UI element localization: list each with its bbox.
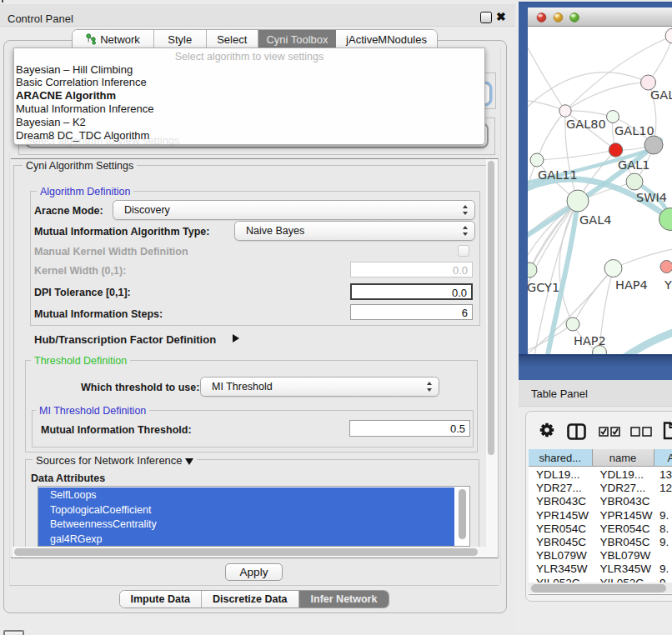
table-cell: 12. <box>659 482 672 494</box>
network-view-canvas[interactable]: GAL2GAL80GAL10GAL1GAL11SWI4GAL4GCY1HAP4Y… <box>528 27 672 354</box>
table-row[interactable]: YBL079WYBL079W <box>529 548 672 562</box>
manual-kernel-checkbox[interactable] <box>458 245 469 257</box>
table-hscrollbar-track[interactable] <box>529 582 672 593</box>
tab-discretize-data[interactable]: Discretize Data <box>202 591 300 608</box>
attribute-item[interactable]: BetweennessCentrality <box>38 517 454 532</box>
algorithm-option[interactable]: Bayesian – K2 <box>16 116 466 129</box>
graph-node-label: SWI4 <box>636 191 667 204</box>
table-cell: 9. <box>659 509 669 522</box>
graph-edge <box>565 111 613 117</box>
table-row[interactable]: YDR27...YDR27...12. <box>529 481 672 494</box>
tab-infer-network[interactable]: Infer Network <box>299 591 389 608</box>
table-row[interactable]: YPR145WYPR145W9. <box>529 508 672 522</box>
table-row[interactable]: YBR045CYBR045C9. <box>529 535 672 548</box>
page-icon[interactable] <box>662 421 672 441</box>
mi-steps-label: Mutual Information Steps: <box>34 308 163 320</box>
split-columns-icon[interactable] <box>567 423 586 440</box>
algorithm-option[interactable]: Mutual Information Inference <box>16 102 466 116</box>
network-window-titlebar[interactable] <box>528 8 672 27</box>
table-cell: YDR27... <box>536 482 582 494</box>
tab-select[interactable]: Select <box>207 30 259 48</box>
graph-node-label: GAL80 <box>566 118 606 131</box>
tab-jactivemnodules[interactable]: jActiveMNodules <box>336 30 437 48</box>
kernel-width-field[interactable]: 0.0 <box>350 262 473 278</box>
checked-pair-icon[interactable] <box>599 427 620 437</box>
attributes-scrollbar-thumb[interactable] <box>459 489 466 539</box>
mi-type-combobox[interactable]: Naive Bayes <box>234 221 475 241</box>
column-header[interactable]: A <box>654 449 672 467</box>
gear-icon[interactable] <box>539 422 555 438</box>
unchecked-pair-icon[interactable] <box>630 427 652 437</box>
attribute-item[interactable]: SelfLoops <box>38 488 454 502</box>
table-cell: YBR043C <box>536 495 586 508</box>
table-cell: YIL052C <box>536 577 580 582</box>
combo-arrows-icon <box>463 225 469 237</box>
hub-definition-label[interactable]: Hub/Transcription Factor Definition <box>34 333 216 346</box>
apply-button[interactable]: Apply <box>225 563 283 581</box>
combo-arrows-icon <box>427 381 433 392</box>
table-row[interactable]: YBR043CYBR043C <box>529 494 672 508</box>
column-header[interactable]: shared... <box>529 449 593 467</box>
tab-cyni-toolbox[interactable]: Cyni Toolbox <box>258 30 336 48</box>
bottom-left-window-fragment <box>3 630 24 635</box>
table-row[interactable]: YER054CYER054C8. <box>529 522 672 535</box>
table-cell: YLR345W <box>600 562 652 575</box>
attribute-label: gal4RGexp <box>50 533 103 545</box>
table-row[interactable]: YLR345WYLR345W9. <box>529 562 672 575</box>
highlight <box>538 14 543 17</box>
graph-node-label: GAL1 <box>618 158 649 172</box>
column-header[interactable]: name <box>593 449 654 467</box>
scrollpane-border-right <box>498 158 499 558</box>
table-cell: YBL079W <box>536 549 587 562</box>
algorithm-dropdown-popup: Select algorithm to view settings Bayesi… <box>13 48 485 145</box>
algorithm-option[interactable]: Basic Correlation Inference <box>16 76 466 89</box>
scroll-viewport-top <box>11 158 498 160</box>
tab-label: Discretize Data <box>213 593 288 605</box>
algorithm-option[interactable]: ARACNE Algorithm <box>16 89 466 102</box>
traffic-lights[interactable] <box>528 8 588 26</box>
float-window-icon[interactable] <box>480 12 492 23</box>
mi-threshold-field[interactable]: 0.5 <box>349 420 470 437</box>
table-rows: YDL19...YDL19...13.YDR27...YDR27...12.YB… <box>529 468 672 582</box>
tab-impute-data[interactable]: Impute Data <box>120 591 202 608</box>
dpi-tolerance-field[interactable]: 0.0 <box>350 283 473 300</box>
table-row[interactable]: YDL19...YDL19...13. <box>529 468 672 481</box>
which-threshold-value: MI Threshold <box>212 381 273 392</box>
sources-group-title[interactable]: Sources for Network Inference <box>33 454 197 467</box>
aracne-mode-combobox[interactable]: Discovery <box>113 200 475 220</box>
table-cell: YPR145W <box>600 509 653 522</box>
data-attributes-list[interactable]: SelfLoopsTopologicalCoefficientBetweenne… <box>38 486 470 547</box>
tab-style[interactable]: Style <box>154 30 207 48</box>
settings-vscrollbar-thumb[interactable] <box>488 161 494 455</box>
graph-edge-thick <box>614 330 672 354</box>
algorithm-option[interactable]: Bayesian – Hill Climbing <box>16 63 466 77</box>
close-icon[interactable]: ✖ <box>496 10 506 23</box>
graph-node <box>660 261 672 273</box>
highlight <box>571 14 576 17</box>
table-cell: YBR043C <box>600 495 650 508</box>
which-threshold-combobox[interactable]: MI Threshold <box>200 377 439 397</box>
attribute-item[interactable]: TopologicalCoefficient <box>38 502 454 518</box>
network-graph: GAL2GAL80GAL10GAL1GAL11SWI4GAL4GCY1HAP4Y… <box>528 27 672 354</box>
table-cell: YBR045C <box>600 536 650 548</box>
combo-arrows-icon <box>463 204 469 216</box>
tab-network[interactable]: Network <box>73 30 154 48</box>
attribute-item[interactable]: gal4RGexp <box>38 532 454 547</box>
graph-node <box>607 111 619 123</box>
graph-node <box>559 105 571 117</box>
mi-steps-field[interactable]: 6 <box>350 304 473 320</box>
graph-node-label: HAP4 <box>615 278 648 292</box>
table-row[interactable]: YIL052CYIL052C9. <box>529 576 672 582</box>
collapse-arrow-icon <box>185 458 193 465</box>
tab-label: Select <box>217 33 247 46</box>
node-table: shared...nameA YDL19...YDL19...13.YDR27.… <box>529 449 672 595</box>
table-cell: 13. <box>659 468 672 481</box>
expand-arrow-icon[interactable] <box>233 334 239 342</box>
table-cell: YER054C <box>536 522 586 535</box>
table-hscrollbar-thumb[interactable] <box>531 584 666 592</box>
settings-hscrollbar-thumb[interactable] <box>14 548 478 556</box>
table-cell: YIL052C <box>600 577 644 582</box>
tab-label: jActiveMNodules <box>346 33 427 46</box>
graph-edge <box>565 82 649 111</box>
graph-node <box>626 173 643 190</box>
